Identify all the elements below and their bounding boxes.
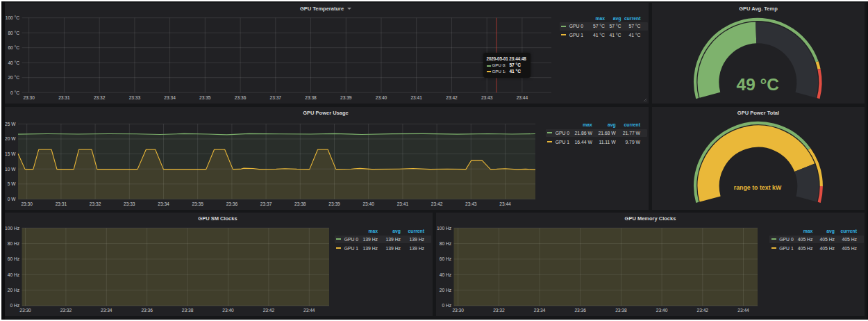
svg-text:23:34: 23:34 — [158, 201, 169, 206]
svg-text:23:37: 23:37 — [270, 95, 282, 100]
svg-text:23:32: 23:32 — [493, 308, 505, 313]
svg-text:23:42: 23:42 — [263, 308, 275, 313]
svg-text:23:40: 23:40 — [656, 308, 668, 313]
svg-text:23:43: 23:43 — [465, 201, 477, 206]
svg-text:23:30: 23:30 — [452, 308, 464, 313]
svg-text:23:33: 23:33 — [129, 95, 141, 100]
svg-text:23:42: 23:42 — [697, 308, 709, 313]
svg-text:23:30: 23:30 — [19, 308, 31, 313]
svg-text:23:30: 23:30 — [23, 95, 35, 100]
svg-text:23:36: 23:36 — [574, 308, 586, 313]
svg-text:23:32: 23:32 — [90, 201, 101, 206]
svg-text:23:36: 23:36 — [235, 95, 247, 100]
svg-text:60 °C: 60 °C — [8, 45, 19, 50]
svg-text:10 W: 10 W — [5, 167, 16, 172]
svg-text:20 Hz: 20 Hz — [440, 288, 451, 293]
svg-text:20 °C: 20 °C — [8, 75, 19, 80]
svg-text:23:44: 23:44 — [517, 95, 528, 100]
svg-text:23:40: 23:40 — [376, 95, 387, 100]
svg-text:23:38: 23:38 — [615, 308, 627, 313]
svg-text:23:39: 23:39 — [328, 201, 340, 206]
svg-text:23:38: 23:38 — [305, 95, 317, 100]
svg-text:23:31: 23:31 — [58, 95, 70, 100]
svg-text:15 W: 15 W — [5, 151, 16, 156]
svg-text:23:35: 23:35 — [192, 201, 203, 206]
svg-text:23:42: 23:42 — [446, 95, 458, 100]
svg-text:5 W: 5 W — [8, 181, 16, 186]
svg-text:23:42: 23:42 — [431, 201, 443, 206]
svg-text:23:44: 23:44 — [499, 201, 511, 206]
svg-text:23:34: 23:34 — [534, 308, 546, 313]
svg-text:23:33: 23:33 — [124, 201, 135, 206]
svg-text:23:44: 23:44 — [737, 308, 749, 313]
svg-text:0 W: 0 W — [8, 197, 16, 201]
svg-text:23:36: 23:36 — [141, 308, 153, 313]
svg-text:23:40: 23:40 — [362, 201, 374, 206]
svg-text:23:34: 23:34 — [101, 308, 112, 313]
svg-text:23:34: 23:34 — [164, 95, 176, 100]
svg-text:23:32: 23:32 — [94, 95, 106, 100]
svg-text:60 Hz: 60 Hz — [8, 256, 19, 261]
svg-text:23:40: 23:40 — [222, 308, 234, 313]
svg-text:23:35: 23:35 — [199, 95, 211, 100]
svg-text:0 °C: 0 °C — [10, 90, 19, 95]
svg-text:40 Hz: 40 Hz — [440, 272, 451, 277]
svg-text:40 °C: 40 °C — [8, 60, 19, 65]
svg-text:40 Hz: 40 Hz — [8, 272, 19, 277]
svg-text:23:37: 23:37 — [260, 201, 272, 206]
svg-text:23:41: 23:41 — [410, 95, 422, 100]
svg-text:60 Hz: 60 Hz — [440, 256, 451, 261]
svg-text:0 Hz: 0 Hz — [10, 303, 19, 308]
svg-text:23:43: 23:43 — [481, 95, 493, 100]
svg-text:23:38: 23:38 — [294, 201, 306, 206]
svg-text:23:32: 23:32 — [60, 308, 72, 313]
svg-text:23:39: 23:39 — [340, 95, 352, 100]
svg-text:23:31: 23:31 — [56, 201, 67, 206]
svg-text:23:44: 23:44 — [303, 308, 315, 313]
svg-text:0 Hz: 0 Hz — [442, 303, 451, 308]
svg-text:23:36: 23:36 — [226, 201, 238, 206]
svg-text:23:30: 23:30 — [21, 201, 33, 206]
svg-text:20 Hz: 20 Hz — [8, 288, 19, 293]
svg-text:range to text kW: range to text kW — [734, 184, 782, 191]
svg-text:23:38: 23:38 — [182, 308, 194, 313]
svg-text:49 °C: 49 °C — [737, 75, 780, 94]
svg-text:23:41: 23:41 — [397, 201, 409, 206]
